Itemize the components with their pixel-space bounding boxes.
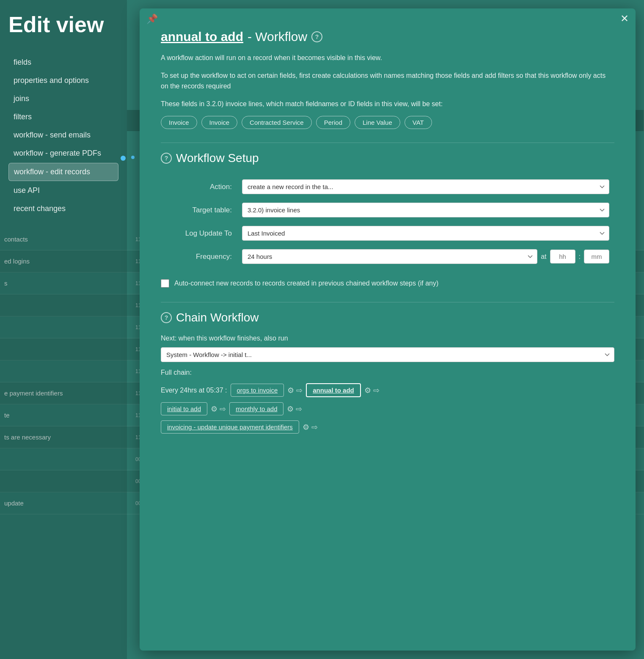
target-table-label: Target table: (161, 198, 237, 222)
modal-title-suffix: - Workflow (248, 30, 307, 44)
frequency-control: 24 hours at : (237, 245, 614, 268)
pill-contracted-service: Contracted Service (242, 116, 312, 129)
chain-link-invoicing-update[interactable]: invoicing - update unique payment identi… (161, 420, 299, 434)
chain-link-annual-to-add[interactable]: annual to add (306, 383, 361, 397)
chain-workflow-title: Chain Workflow (176, 311, 259, 324)
chain-next-label: Next: when this workflow finishes, also … (161, 335, 288, 342)
pill-vat: VAT (405, 116, 432, 129)
pill-invoice-1: Invoice (161, 116, 197, 129)
chain-link-orgs-to-invoice[interactable]: orgs to invoice (231, 384, 284, 397)
sidebar-item-fields[interactable]: fields (8, 54, 118, 71)
close-button[interactable]: ✕ (620, 14, 629, 24)
workflow-setup-header: ? Workflow Setup (161, 151, 614, 165)
workflow-setup-title: Workflow Setup (176, 151, 259, 165)
sidebar-item-workflow-edit-records[interactable]: workflow - edit records (8, 163, 118, 181)
pill-period: Period (316, 116, 350, 129)
time-colon: : (579, 253, 581, 261)
target-table-select[interactable]: 3.2.0) invoice lines (242, 203, 609, 217)
modal-content: annual to add - Workflow ? A workflow ac… (140, 8, 636, 456)
workflow-setup-help-icon[interactable]: ? (161, 153, 172, 164)
pin-icon: 📌 (146, 14, 158, 25)
at-label: at (541, 253, 546, 261)
sidebar-item-workflow-generate-pdfs[interactable]: workflow - generate PDFs (8, 145, 118, 162)
sidebar-item-recent-changes[interactable]: recent changes (8, 200, 118, 217)
chain-workflow-help-icon[interactable]: ? (161, 312, 172, 323)
autoconnect-label: Auto-connect new records to records crea… (174, 278, 438, 288)
workflow-setup-form: Action: create a new record in the ta...… (161, 175, 614, 268)
chain-gear-4[interactable]: ⚙ ⇨ (287, 404, 302, 414)
action-select[interactable]: create a new record in the ta... (242, 179, 609, 194)
chain-row-1: Every 24hrs at 05:37 : orgs to invoice ⚙… (161, 383, 614, 397)
section-divider-1 (161, 143, 614, 143)
chain-next-select[interactable]: System - Workflow -> initial t... (161, 347, 614, 362)
log-update-label: Log Update To (161, 222, 237, 245)
modal-description-3: These fields in 3.2.0) invoice lines, wh… (161, 99, 614, 110)
log-update-control: Last Invoiced (237, 222, 614, 245)
time-mm-input[interactable] (584, 250, 609, 264)
frequency-label: Frequency: (161, 245, 237, 268)
modal-title: annual to add - Workflow ? (161, 30, 614, 44)
chain-workflow-header: ? Chain Workflow (161, 311, 614, 324)
modal-panel: 📌 ✕ annual to add - Workflow ? A workflo… (140, 8, 636, 651)
autoconnect-checkbox[interactable] (161, 279, 169, 288)
active-dot (121, 156, 126, 161)
chain-row-2: initial to add ⚙ ⇨ monthly to add ⚙ ⇨ (161, 402, 614, 415)
sidebar-title: Edit view (8, 13, 118, 37)
chain-row-3: invoicing - update unique payment identi… (161, 420, 614, 434)
sidebar-item-properties[interactable]: properties and options (8, 72, 118, 89)
modal-title-help-icon[interactable]: ? (311, 31, 322, 42)
log-update-select[interactable]: Last Invoiced (242, 226, 609, 241)
chain-gear-3[interactable]: ⚙ ⇨ (211, 404, 226, 414)
action-control: create a new record in the ta... (237, 175, 614, 198)
chain-gear-2[interactable]: ⚙ ⇨ (364, 386, 380, 395)
chain-gear-1[interactable]: ⚙ ⇨ (287, 386, 303, 395)
chain-time: Every 24hrs at 05:37 : (161, 387, 227, 394)
pill-invoice-2: Invoice (201, 116, 238, 129)
chain-gear-5[interactable]: ⚙ ⇨ (303, 423, 318, 432)
modal-description-1: A workflow action will run on a record w… (161, 52, 614, 63)
chain-link-monthly-to-add[interactable]: monthly to add (229, 402, 283, 415)
autoconnect-row: Auto-connect new records to records crea… (161, 278, 614, 288)
active-dot-2 (131, 156, 135, 159)
pills-row: Invoice Invoice Contracted Service Perio… (161, 116, 614, 129)
chain-next-row: Next: when this workflow finishes, also … (161, 335, 614, 362)
target-table-control: 3.2.0) invoice lines (237, 198, 614, 222)
sidebar-item-use-api[interactable]: use API (8, 182, 118, 199)
frequency-inputs: 24 hours at : (242, 249, 609, 264)
chain-link-initial-to-add[interactable]: initial to add (161, 402, 207, 415)
section-divider-2 (161, 302, 614, 302)
modal-title-link[interactable]: annual to add (161, 30, 243, 44)
sidebar-item-joins[interactable]: joins (8, 90, 118, 107)
modal-description-2: To set up the workflow to act on certain… (161, 70, 614, 92)
action-label: Action: (161, 175, 237, 198)
pill-line-value: Line Value (355, 116, 400, 129)
time-hh-input[interactable] (550, 250, 575, 264)
sidebar: Edit view fields properties and options … (0, 0, 127, 659)
chain-full-label: Full chain: (161, 369, 614, 376)
sidebar-nav: fields properties and options joins filt… (8, 54, 118, 217)
sidebar-item-workflow-send-emails[interactable]: workflow - send emails (8, 126, 118, 144)
frequency-select[interactable]: 24 hours (242, 249, 537, 264)
sidebar-item-filters[interactable]: filters (8, 108, 118, 126)
